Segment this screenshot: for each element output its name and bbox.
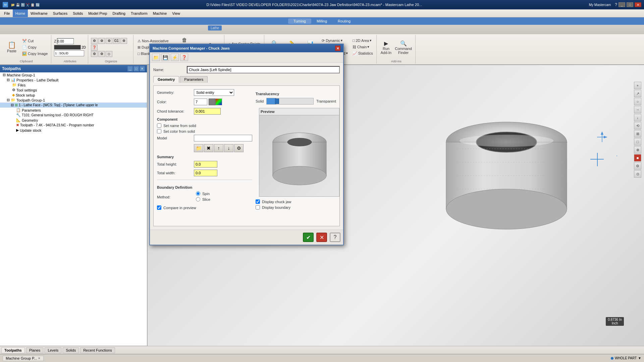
close-btn[interactable]: ✕ bbox=[635, 2, 641, 7]
menu-drafting[interactable]: Drafting bbox=[110, 9, 128, 17]
copy-btn[interactable]: 📄 Copy bbox=[21, 44, 49, 50]
machine-group-tab-item[interactable]: Machine Group P... ✕ bbox=[3, 356, 44, 361]
update-stock-item[interactable]: ▶ Update stock bbox=[0, 128, 147, 133]
dynamic-btn[interactable]: ⟳ Dynamic ▼ bbox=[320, 38, 350, 44]
menu-file[interactable]: File bbox=[1, 9, 13, 17]
org-btn-4[interactable]: G1 bbox=[113, 38, 120, 44]
vp-btn-6[interactable]: ⟲ bbox=[634, 122, 641, 129]
stock-setup-item[interactable]: ◆ Stock setup bbox=[0, 93, 147, 98]
dialog-ok-btn[interactable]: ✔ bbox=[303, 233, 314, 242]
menu-transform[interactable]: Transform bbox=[128, 9, 150, 17]
parameters-tab[interactable]: Parameters bbox=[180, 76, 208, 83]
model-down-btn[interactable]: ↓ bbox=[224, 144, 233, 152]
vp-btn-1[interactable]: + bbox=[634, 82, 641, 89]
menu-wireframe[interactable]: Wireframe bbox=[28, 9, 50, 17]
total-width-input[interactable] bbox=[194, 170, 217, 176]
tool-item[interactable]: 🔧 T101: General turning tool - OD ROUGH … bbox=[0, 113, 147, 118]
parameters-item[interactable]: 📋 Parameters bbox=[0, 108, 147, 113]
my-mastercam-btn[interactable]: My Mastercam bbox=[589, 3, 611, 7]
operation-1[interactable]: ⊟ ⊞ 1 - Lathe Face - [WCS: Top] - [Tplan… bbox=[0, 103, 147, 108]
translucency-thumb[interactable] bbox=[275, 99, 279, 104]
vp-btn-10[interactable]: ■ bbox=[634, 154, 641, 162]
toolpaths-float-btn[interactable]: □ bbox=[133, 66, 139, 71]
dialog-close-button[interactable]: ✕ bbox=[335, 46, 340, 51]
org-btn-2[interactable]: ⚙ bbox=[98, 38, 105, 44]
dlg-open-btn[interactable]: 📁 bbox=[152, 54, 160, 61]
minimize-btn[interactable]: _ bbox=[619, 2, 625, 7]
vp-btn-4[interactable]: → bbox=[634, 106, 641, 113]
vp-btn-12[interactable]: ⊙ bbox=[634, 170, 641, 178]
dialog-cancel-btn[interactable]: ✕ bbox=[316, 233, 327, 242]
dlg-help-btn[interactable]: ❓ bbox=[180, 54, 188, 61]
model-browse-btn[interactable]: 📁 bbox=[194, 144, 203, 152]
vp-btn-9[interactable]: ⊕ bbox=[634, 146, 641, 154]
properties-item[interactable]: ⊟ 📊 Properties - Lathe Default bbox=[0, 77, 147, 82]
tool-settings-item[interactable]: ⚙ Tool settings bbox=[0, 87, 147, 93]
non-associative-btn[interactable]: ⚠ Non-Associative bbox=[136, 38, 170, 44]
geometry-select[interactable]: Solid entity bbox=[194, 89, 234, 96]
machine-group-tab-close[interactable]: ✕ bbox=[38, 357, 41, 360]
dlg-save-btn[interactable]: 💾 bbox=[161, 54, 169, 61]
vp-btn-3[interactable]: ○ bbox=[634, 98, 641, 105]
menu-surfaces[interactable]: Surfaces bbox=[50, 9, 70, 17]
routing-tab[interactable]: Routing bbox=[332, 18, 356, 24]
menu-machine[interactable]: Machine bbox=[150, 9, 170, 17]
total-height-input[interactable] bbox=[194, 161, 217, 168]
org-btn-3[interactable]: ⚙ bbox=[106, 38, 112, 44]
compare-preview-checkbox[interactable] bbox=[157, 205, 161, 210]
org-btn-7[interactable]: ⚙ bbox=[91, 51, 98, 57]
milling-tab[interactable]: Milling bbox=[311, 18, 332, 24]
translucency-slider[interactable] bbox=[266, 98, 314, 105]
vp-btn-2[interactable]: ↗ bbox=[634, 90, 641, 97]
model-input[interactable] bbox=[194, 135, 252, 141]
menu-view[interactable]: View bbox=[169, 9, 183, 17]
org-btn-8[interactable]: ⚙ bbox=[98, 51, 105, 57]
run-add-in-btn[interactable]: ▶ Run Add-In bbox=[379, 38, 393, 57]
tab-recent-functions[interactable]: Recent Functions bbox=[80, 347, 115, 353]
toolpaths-minimize-btn[interactable]: _ bbox=[127, 66, 133, 71]
maximize-btn[interactable]: □ bbox=[627, 2, 633, 7]
toolpath-group-1[interactable]: ⊟ 📁 Toolpath Group-1 bbox=[0, 98, 147, 103]
chord-tolerance-input[interactable] bbox=[194, 108, 221, 115]
chain-btn[interactable]: ⛓ Chain ▼ bbox=[351, 44, 374, 50]
org-btn-5[interactable]: ⚙ bbox=[120, 38, 127, 44]
set-color-checkbox[interactable] bbox=[157, 129, 161, 133]
cut-btn[interactable]: ✂️ Cut bbox=[21, 38, 49, 44]
menu-model-prep[interactable]: Model Prep bbox=[86, 9, 110, 17]
tab-toolpaths[interactable]: Toolpaths bbox=[1, 347, 25, 353]
whole-part-arrow[interactable]: ▼ bbox=[638, 356, 641, 360]
z-input[interactable] bbox=[57, 38, 74, 44]
tab-levels[interactable]: Levels bbox=[45, 347, 61, 353]
files-item[interactable]: 📁 Files bbox=[0, 82, 147, 87]
tree-area[interactable]: ⊟ Machine Group-1 ⊟ 📊 Properties - Lathe… bbox=[0, 72, 147, 346]
org-btn-1[interactable]: ⚙ bbox=[91, 38, 98, 44]
geometry-item[interactable]: 📐 Geometry bbox=[0, 118, 147, 123]
help-icon[interactable]: ? bbox=[615, 2, 617, 7]
geometry-tab[interactable]: Geometry bbox=[153, 76, 179, 83]
solid-selector[interactable]: 1 : SOLID bbox=[54, 50, 84, 56]
org-btn-6[interactable]: ❓ bbox=[91, 45, 98, 51]
copy-image-btn[interactable]: 🖼️ Copy Image bbox=[21, 51, 49, 57]
vp-btn-8[interactable]: □ bbox=[634, 138, 641, 145]
display-boundary-checkbox[interactable] bbox=[256, 205, 260, 209]
command-finder-btn[interactable]: 🔍 Command Finder bbox=[393, 38, 413, 57]
vp-btn-7[interactable]: ⊞ bbox=[634, 130, 641, 137]
vp-btn-11[interactable]: ⚙ bbox=[634, 162, 641, 170]
paste-btn[interactable]: 📋 Paste bbox=[3, 37, 20, 57]
set-name-checkbox[interactable] bbox=[157, 123, 161, 128]
dialog-help-btn[interactable]: ? bbox=[330, 233, 340, 242]
machine-group-1[interactable]: ⊟ Machine Group-1 bbox=[0, 72, 147, 77]
toolpath-item[interactable]: ✖ Toolpath - 7.4K - 9407A-23.NC - Progra… bbox=[0, 123, 147, 128]
statistics-btn[interactable]: 📈 Statistics bbox=[351, 50, 374, 56]
dlg-action-btn[interactable]: ⚡ bbox=[171, 54, 179, 61]
display-chuck-jaw-checkbox[interactable] bbox=[256, 199, 260, 204]
tab-planes[interactable]: Planes bbox=[26, 347, 44, 353]
spin-radio[interactable] bbox=[196, 191, 200, 196]
model-config-btn[interactable]: ⚙ bbox=[234, 144, 244, 152]
menu-solids[interactable]: Solids bbox=[70, 9, 86, 17]
toolpaths-close-btn[interactable]: ✕ bbox=[140, 66, 145, 71]
color-number-input[interactable] bbox=[194, 99, 207, 105]
tab-solids[interactable]: Solids bbox=[63, 347, 79, 353]
name-input[interactable] bbox=[187, 66, 340, 73]
org-btn-9[interactable]: ◇ bbox=[106, 51, 112, 57]
